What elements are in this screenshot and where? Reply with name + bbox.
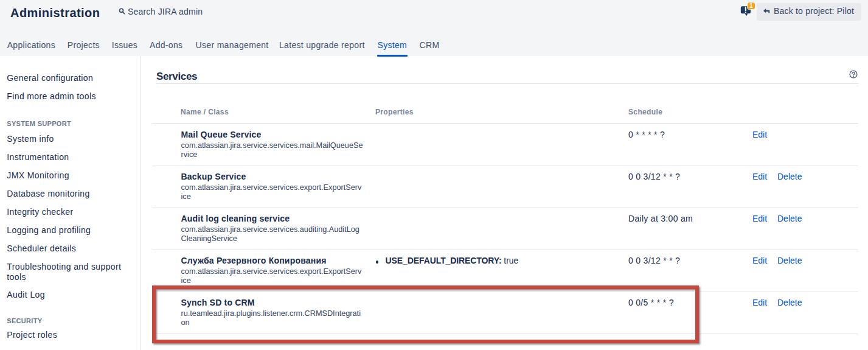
svg-text:1: 1 (749, 2, 753, 9)
